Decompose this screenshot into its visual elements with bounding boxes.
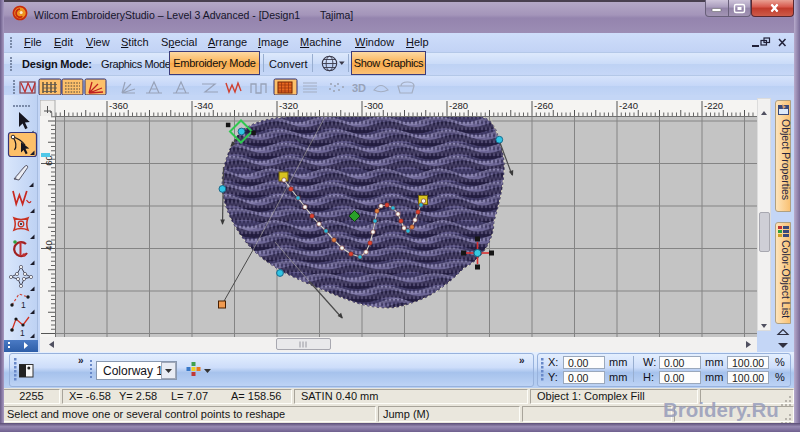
svg-text:1: 1 [21,300,26,310]
svg-text:-240: -240 [619,100,638,111]
svg-text:-220: -220 [704,100,723,111]
svg-text:-360: -360 [109,100,128,111]
svg-text:-340: -340 [194,100,213,111]
svg-text:-320: -320 [279,100,298,111]
svg-text:-300: -300 [364,100,383,111]
svg-text:3D: 3D [352,82,366,94]
svg-text:-260: -260 [534,100,553,111]
svg-text:1: 1 [20,328,25,338]
svg-text:40: 40 [43,240,54,251]
svg-text:-280: -280 [449,100,468,111]
